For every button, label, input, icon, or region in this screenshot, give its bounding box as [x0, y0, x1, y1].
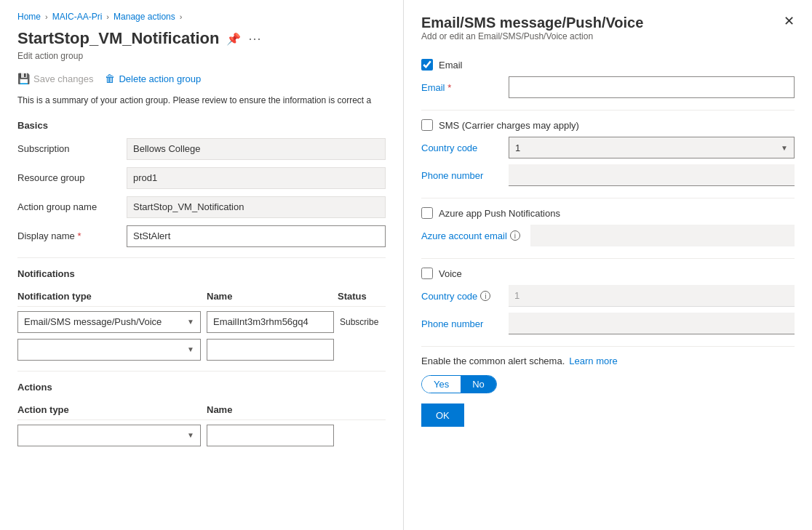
divider-push-voice [421, 258, 795, 259]
voice-section: Voice Country code i Phone number [421, 268, 795, 334]
info-icon[interactable]: i [510, 230, 520, 241]
left-panel: Home › MAIC-AA-Pri › Manage actions › St… [0, 0, 404, 530]
sms-phone-row: Phone number [421, 164, 795, 186]
breadcrumb-sep2: › [106, 12, 109, 21]
action-group-name-value: StartStop_VM_Notification [127, 196, 386, 218]
col-header-action-name: Name [207, 404, 338, 415]
display-name-label: Display name * [17, 230, 127, 241]
action-row-1: ▼ [17, 425, 386, 446]
more-options-icon[interactable]: ··· [248, 31, 261, 47]
push-checkbox-label[interactable]: Azure app Push Notifications [439, 208, 560, 219]
divider-sms-push [421, 198, 795, 198]
actions-section: Actions Action type Name ▼ [17, 382, 386, 446]
sms-checkbox[interactable] [421, 119, 433, 131]
email-section: Email Email * [421, 59, 795, 98]
email-field-label: Email * [421, 82, 501, 93]
save-icon: 💾 [17, 73, 30, 84]
breadcrumb: Home › MAIC-AA-Pri › Manage actions › [17, 12, 386, 22]
toggle-no[interactable]: No [461, 376, 496, 393]
subscription-label: Subscription [17, 143, 127, 154]
yes-no-toggle: Yes No [421, 375, 497, 393]
action-name-input-1[interactable] [207, 425, 334, 446]
chevron-down-icon: ▼ [187, 318, 194, 326]
voice-country-label: Country code i [421, 291, 501, 302]
required-marker: * [77, 230, 81, 241]
action-group-name-field-row: Action group name StartStop_VM_Notificat… [17, 196, 386, 218]
voice-info-icon[interactable]: i [480, 291, 490, 301]
page-title-row: StartStop_VM_Notification 📌 ··· [17, 29, 386, 48]
sms-checkbox-label[interactable]: SMS (Carrier charges may apply) [439, 120, 579, 131]
sms-phone-input[interactable] [509, 164, 795, 186]
notification-name-input-2[interactable] [207, 339, 334, 361]
resource-group-label: Resource group [17, 172, 127, 183]
voice-phone-row: Phone number [421, 313, 795, 334]
notification-type-select-1[interactable]: Email/SMS message/Push/Voice ▼ [17, 311, 201, 333]
panel-header: Email/SMS message/Push/Voice Add or edit… [421, 15, 795, 56]
toolbar: 💾 Save changes 🗑 Delete action group [17, 73, 386, 84]
resource-group-value: prod1 [127, 167, 386, 189]
resource-group-field-row: Resource group prod1 [17, 167, 386, 189]
breadcrumb-maic[interactable]: MAIC-AA-Pri [52, 12, 103, 22]
pin-icon[interactable]: 📌 [226, 32, 241, 46]
col-header-action-type: Action type [17, 404, 207, 415]
delete-icon: 🗑 [105, 73, 115, 84]
chevron-down-icon: ▼ [187, 431, 194, 439]
panel-title: Email/SMS message/Push/Voice [421, 15, 643, 31]
actions-section-title: Actions [17, 382, 386, 393]
email-field-row: Email * [421, 76, 795, 98]
sms-country-code-label: Country code [421, 142, 501, 153]
ok-button[interactable]: OK [421, 403, 464, 427]
sms-section: SMS (Carrier charges may apply) Country … [421, 119, 795, 186]
sms-phone-label: Phone number [421, 170, 501, 181]
voice-country-input[interactable] [509, 285, 795, 307]
delete-button[interactable]: 🗑 Delete action group [105, 73, 201, 84]
breadcrumb-sep1: › [45, 12, 48, 21]
info-bar: This is a summary of your action group. … [17, 95, 386, 107]
learn-more-link[interactable]: Learn more [569, 356, 617, 366]
display-name-input[interactable] [127, 225, 386, 247]
save-button[interactable]: 💾 Save changes [17, 73, 93, 84]
action-type-select-1[interactable]: ▼ [17, 425, 201, 446]
voice-phone-input[interactable] [509, 313, 795, 334]
breadcrumb-manage[interactable]: Manage actions [114, 12, 175, 22]
push-checkbox[interactable] [421, 207, 433, 219]
email-checkbox-row: Email [421, 59, 795, 71]
actions-table-header: Action type Name [17, 400, 386, 420]
action-group-name-label: Action group name [17, 201, 127, 212]
col-header-status: Status [338, 291, 367, 302]
notifications-table-header: Notification type Name Status [17, 286, 386, 307]
breadcrumb-sep3: › [180, 12, 183, 21]
close-button[interactable]: ✕ [784, 15, 795, 28]
notifications-section: Notifications Notification type Name Sta… [17, 268, 386, 361]
voice-checkbox-label[interactable]: Voice [439, 268, 462, 279]
voice-checkbox-row: Voice [421, 268, 795, 279]
voice-country-row: Country code i [421, 285, 795, 307]
sms-country-select[interactable]: 1 ▼ [509, 137, 795, 158]
page-subtitle: Edit action group [17, 51, 386, 61]
notification-name-input-1[interactable] [207, 311, 334, 333]
divider-email-sms [421, 110, 795, 111]
azure-account-input[interactable] [530, 225, 795, 246]
schema-row: Enable the common alert schema. Learn mo… [421, 356, 795, 366]
subscription-value: Bellows College [127, 138, 386, 160]
notifications-section-title: Notifications [17, 268, 386, 279]
sms-checkbox-row: SMS (Carrier charges may apply) [421, 119, 795, 131]
email-checkbox-label[interactable]: Email [439, 60, 463, 71]
azure-account-label: Azure account email i [421, 230, 523, 241]
voice-phone-label: Phone number [421, 318, 501, 329]
email-required-marker: * [447, 82, 451, 93]
notification-type-select-2[interactable]: ▼ [17, 339, 201, 361]
page-title: StartStop_VM_Notification [17, 29, 219, 48]
right-panel: Email/SMS message/Push/Voice Add or edit… [404, 0, 812, 530]
email-checkbox[interactable] [421, 59, 433, 71]
divider-1 [17, 257, 386, 258]
voice-checkbox[interactable] [421, 268, 433, 279]
toggle-yes[interactable]: Yes [422, 376, 461, 393]
azure-account-row: Azure account email i [421, 225, 795, 246]
breadcrumb-home[interactable]: Home [17, 12, 41, 22]
divider-2 [17, 371, 386, 372]
email-input[interactable] [509, 76, 795, 98]
push-checkbox-row: Azure app Push Notifications [421, 207, 795, 219]
notification-row-2: ▼ [17, 339, 386, 361]
panel-subtitle: Add or edit an Email/SMS/Push/Voice acti… [421, 31, 643, 41]
